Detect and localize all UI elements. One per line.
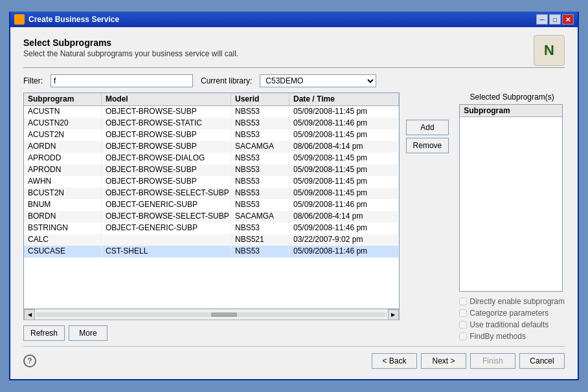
minimize-button[interactable]: ─ <box>536 14 548 25</box>
cell-model: CST-SHELL <box>102 246 231 257</box>
cell-datetime: 05/09/2008-11:46 pm <box>289 118 399 129</box>
directly-enable-label: Directly enable subprogram <box>469 297 565 306</box>
cell-subprogram: AWHN <box>24 176 102 188</box>
left-panel: Subprogram Model Userid Date / Time ACUS… <box>23 93 400 341</box>
cell-userid: SACAMGA <box>231 141 289 153</box>
cell-model: OBJECT-BROWSE-SELECT-SUBP <box>102 188 231 199</box>
cell-model: OBJECT-BROWSE-SUBP <box>102 141 231 153</box>
cell-userid: NBS53 <box>231 129 289 141</box>
cell-subprogram: BCUST2N <box>24 188 102 199</box>
directly-enable-checkbox[interactable] <box>459 298 467 305</box>
cell-userid: NBS53 <box>231 176 289 188</box>
table-row[interactable]: AORDNOBJECT-BROWSE-SUBPSACAMGA08/06/2008… <box>24 141 399 153</box>
cell-datetime: 08/06/2008-4:14 pm <box>289 211 399 223</box>
table-body[interactable]: ACUSTNOBJECT-BROWSE-SUBPNBS5305/09/2008-… <box>24 106 399 309</box>
table-row[interactable]: AWHNOBJECT-BROWSE-SUBPNBS5305/09/2008-11… <box>24 176 399 188</box>
cell-model <box>102 234 231 246</box>
findby-methods-row: FindBy methods <box>459 332 565 341</box>
cell-datetime: 03/22/2007-9:02 pm <box>289 234 399 246</box>
selected-subprograms-table: Subprogram <box>459 104 563 292</box>
cell-model: OBJECT-BROWSE-SELECT-SUBP <box>102 211 231 223</box>
scroll-track[interactable] <box>36 312 387 317</box>
cell-datetime: 05/09/2008-11:45 pm <box>289 164 399 176</box>
page-title: Select Subprograms <box>23 38 565 48</box>
subprogram-table: Subprogram Model Userid Date / Time ACUS… <box>23 93 400 309</box>
finish-button[interactable]: Finish <box>470 353 515 369</box>
table-row[interactable]: ACUSTNOBJECT-BROWSE-SUBPNBS5305/09/2008-… <box>24 106 399 118</box>
table-row[interactable]: BORDNOBJECT-BROWSE-SELECT-SUBPSACAMGA08/… <box>24 211 399 223</box>
filter-label: Filter: <box>23 76 43 85</box>
scroll-thumb[interactable] <box>211 312 237 317</box>
right-section: Selected Subprogram(s) Subprogram Direct… <box>459 93 565 341</box>
cell-subprogram: ACUSTN20 <box>24 118 102 129</box>
title-bar-buttons: ─ □ ✕ <box>536 14 574 25</box>
next-button[interactable]: Next > <box>421 353 466 369</box>
use-traditional-checkbox[interactable] <box>459 321 467 329</box>
cell-datetime: 05/09/2008-11:45 pm <box>289 129 399 141</box>
cell-datetime: 05/09/2008-11:46 pm <box>289 246 399 257</box>
cell-datetime: 08/06/2008-4:14 pm <box>289 141 399 153</box>
divider <box>23 67 565 68</box>
help-icon[interactable]: ? <box>23 354 36 367</box>
cell-userid: NBS53 <box>231 188 289 199</box>
categorize-params-label: Categorize parameters <box>469 309 548 318</box>
more-button[interactable]: More <box>69 325 107 341</box>
findby-methods-checkbox[interactable] <box>459 332 467 340</box>
cancel-button[interactable]: Cancel <box>519 353 565 369</box>
window-title: Create Business Service <box>28 15 119 24</box>
selected-table-body[interactable] <box>460 117 562 289</box>
add-button[interactable]: Add <box>406 120 449 135</box>
scroll-right-btn[interactable]: ▶ <box>388 309 399 320</box>
close-button[interactable]: ✕ <box>562 14 574 25</box>
selected-table-header: Subprogram <box>460 105 562 117</box>
table-row[interactable]: CALCNBS52103/22/2007-9:02 pm <box>24 234 399 246</box>
cell-userid: NBS53 <box>231 118 289 129</box>
col-userid: Userid <box>231 93 289 105</box>
use-traditional-label: Use traditional defaults <box>469 320 548 329</box>
selected-subprograms-label: Selected Subprogram(s) <box>470 93 554 102</box>
cell-userid: NBS53 <box>231 153 289 164</box>
refresh-button[interactable]: Refresh <box>23 325 65 341</box>
cell-datetime: 05/09/2008-11:45 pm <box>289 153 399 164</box>
table-row[interactable]: ACUSTN20OBJECT-BROWSE-STATICNBS5305/09/2… <box>24 118 399 129</box>
cell-subprogram: CALC <box>24 234 102 246</box>
cell-userid: NBS53 <box>231 246 289 257</box>
back-button[interactable]: < Back <box>372 353 417 369</box>
add-remove-buttons: Add Remove <box>406 105 449 341</box>
table-row[interactable]: APRODDOBJECT-BROWSE-DIALOGNBS5305/09/200… <box>24 153 399 164</box>
cell-userid: NBS53 <box>231 199 289 211</box>
library-label: Current library: <box>201 76 252 85</box>
table-row[interactable]: BSTRINGNOBJECT-GENERIC-SUBPNBS5305/09/20… <box>24 223 399 234</box>
horizontal-scrollbar[interactable]: ◀ ▶ <box>23 309 400 320</box>
categorize-params-checkbox[interactable] <box>459 309 467 317</box>
checkboxes-area: Directly enable subprogram Categorize pa… <box>459 297 565 341</box>
cell-subprogram: AORDN <box>24 141 102 153</box>
filter-row: Filter: Current library: C53DEMO DEMO SY… <box>23 74 565 87</box>
library-select[interactable]: C53DEMO DEMO SYSTEM <box>260 74 376 87</box>
cell-subprogram: ACUST2N <box>24 129 102 141</box>
title-bar: Create Business Service ─ □ ✕ <box>10 12 578 27</box>
cell-datetime: 05/09/2008-11:45 pm <box>289 106 399 118</box>
table-row[interactable]: ACUST2NOBJECT-BROWSE-SUBPNBS5305/09/2008… <box>24 129 399 141</box>
selected-label-row: Selected Subprogram(s) <box>459 93 565 102</box>
table-row[interactable]: APRODNOBJECT-BROWSE-SUBPNBS5305/09/2008-… <box>24 164 399 176</box>
cell-model: OBJECT-BROWSE-DIALOG <box>102 153 231 164</box>
cell-model: OBJECT-GENERIC-SUBP <box>102 223 231 234</box>
page-header: Select Subprograms Select the Natural su… <box>23 38 565 58</box>
table-row[interactable]: BNUMOBJECT-GENERIC-SUBPNBS5305/09/2008-1… <box>24 199 399 211</box>
content-area: Select Subprograms Select the Natural su… <box>10 27 578 379</box>
directly-enable-row: Directly enable subprogram <box>459 297 565 306</box>
restore-button[interactable]: □ <box>549 14 561 25</box>
cell-model: OBJECT-BROWSE-STATIC <box>102 118 231 129</box>
remove-button[interactable]: Remove <box>406 138 449 153</box>
cell-model: OBJECT-GENERIC-SUBP <box>102 199 231 211</box>
action-buttons: Refresh More <box>23 325 400 341</box>
filter-input[interactable] <box>51 74 193 87</box>
cell-model: OBJECT-BROWSE-SUBP <box>102 176 231 188</box>
footer-buttons: < Back Next > Finish Cancel <box>372 353 565 369</box>
table-row[interactable]: BCUST2NOBJECT-BROWSE-SELECT-SUBPNBS5305/… <box>24 188 399 199</box>
table-row[interactable]: CSUCASECST-SHELLNBS5305/09/2008-11:46 pm <box>24 246 399 257</box>
scroll-left-btn[interactable]: ◀ <box>24 309 35 320</box>
cell-subprogram: ACUSTN <box>24 106 102 118</box>
main-window: Create Business Service ─ □ ✕ Select Sub… <box>9 12 579 380</box>
